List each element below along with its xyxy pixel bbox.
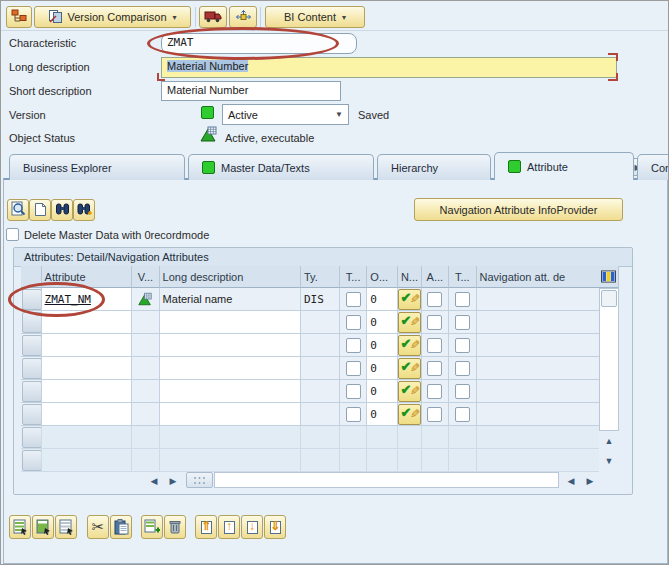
scroll-up-button[interactable]: ▲ — [599, 431, 619, 451]
detail-button[interactable] — [7, 199, 29, 221]
navigation-attribute-toggle-button[interactable]: ✔ ✎ — [398, 312, 420, 333]
time-checkbox[interactable] — [455, 384, 470, 399]
attribute-value[interactable]: ZMAT_NM — [45, 293, 91, 306]
navigation-attribute-toggle-button[interactable]: ✔ ✎ — [398, 381, 420, 402]
attribute-cell[interactable]: ZMAT_NM — [42, 288, 133, 311]
version-comparison-button[interactable]: Version Comparison ▾ — [34, 6, 191, 28]
header-time[interactable]: T... — [449, 266, 476, 288]
scroll-left-button[interactable]: ◀ — [145, 472, 163, 489]
time-checkbox[interactable] — [455, 407, 470, 422]
nav-att-desc-cell[interactable] — [477, 403, 600, 426]
version-select[interactable]: Active ▼ — [222, 104, 349, 125]
authorization-checkbox[interactable] — [427, 361, 442, 376]
row-selector[interactable] — [21, 380, 42, 403]
authorization-checkbox[interactable] — [427, 407, 442, 422]
table-settings-button[interactable] — [599, 266, 619, 288]
tab-compounding[interactable]: Compou... — [637, 154, 669, 180]
row-selector[interactable] — [21, 311, 42, 334]
select-all-button[interactable] — [9, 515, 31, 539]
where-used-button[interactable] — [229, 6, 257, 28]
row-selector[interactable] — [21, 288, 42, 311]
long-description-cell[interactable] — [160, 380, 301, 403]
attribute-cell[interactable] — [42, 334, 133, 357]
navigation-attribute-toggle-button[interactable]: ✔ ✎ — [398, 404, 420, 425]
texts-checkbox[interactable] — [346, 292, 361, 307]
row-selector[interactable] — [21, 334, 42, 357]
long-description-field[interactable]: Material Number — [161, 57, 617, 78]
texts-checkbox[interactable] — [346, 338, 361, 353]
long-description-cell[interactable] — [160, 334, 301, 357]
time-checkbox[interactable] — [455, 361, 470, 376]
row-selector[interactable] — [21, 357, 42, 380]
navigation-attribute-toggle-button[interactable]: ✔ ✎ — [398, 358, 420, 379]
first-page-button[interactable]: ⇑ — [195, 515, 217, 539]
deselect-all-button[interactable] — [55, 515, 77, 539]
order-cell[interactable]: 0 — [367, 403, 398, 426]
order-cell[interactable]: 0 — [367, 311, 398, 334]
texts-checkbox[interactable] — [346, 407, 361, 422]
transport-button[interactable] — [199, 6, 227, 28]
navigation-attribute-infoprovider-button[interactable]: Navigation Attribute InfoProvider — [414, 198, 623, 221]
texts-checkbox[interactable] — [346, 315, 361, 330]
last-page-button[interactable]: ⇓ — [264, 515, 286, 539]
attribute-cell[interactable] — [42, 357, 133, 380]
vertical-scrollbar-thumb[interactable] — [601, 290, 617, 307]
bi-content-button[interactable]: BI Content ▾ — [265, 6, 365, 28]
characteristic-field[interactable]: ZMAT — [161, 33, 357, 54]
authorization-checkbox[interactable] — [427, 315, 442, 330]
authorization-checkbox[interactable] — [427, 384, 442, 399]
order-cell[interactable]: 0 — [367, 380, 398, 403]
page-up-button[interactable]: ↑ — [218, 515, 240, 539]
header-nav-att-desc[interactable]: Navigation att. de — [477, 266, 600, 288]
paste-button[interactable] — [110, 515, 132, 539]
insert-row-button[interactable] — [141, 515, 163, 539]
delete-row-button[interactable] — [164, 515, 186, 539]
scrollbar-config-handle[interactable] — [186, 472, 213, 488]
time-checkbox[interactable] — [455, 338, 470, 353]
find-next-button[interactable] — [73, 199, 95, 221]
find-button[interactable] — [51, 199, 73, 221]
vertical-scrollbar[interactable] — [599, 288, 619, 431]
attribute-cell[interactable] — [42, 403, 133, 426]
nav-att-desc-cell[interactable] — [477, 357, 600, 380]
header-authorization[interactable]: A... — [422, 266, 449, 288]
header-version[interactable]: V... — [132, 266, 159, 288]
short-description-field[interactable]: Material Number — [161, 81, 341, 101]
tab-business-explorer[interactable]: Business Explorer — [9, 154, 185, 180]
scroll-right-button[interactable]: ▶ — [164, 472, 182, 489]
page-down-button[interactable]: ↓ — [241, 515, 263, 539]
select-block-button[interactable] — [32, 515, 54, 539]
attribute-cell[interactable] — [42, 311, 133, 334]
nav-att-desc-cell[interactable] — [477, 334, 600, 357]
row-selector[interactable] — [21, 426, 42, 449]
tab-attribute[interactable]: Attribute — [494, 152, 634, 180]
hierarchy-display-button[interactable] — [6, 6, 32, 28]
scroll-left-button-2[interactable]: ◀ — [562, 472, 580, 489]
order-cell[interactable]: 0 — [367, 334, 398, 357]
nav-att-desc-cell[interactable] — [477, 288, 600, 311]
create-attribute-button[interactable] — [29, 199, 51, 221]
nav-att-desc-cell[interactable] — [477, 311, 600, 334]
horizontal-scrollbar[interactable] — [214, 472, 559, 488]
header-attribute[interactable]: Attribute — [42, 266, 133, 288]
long-description-cell[interactable]: Material name — [160, 288, 301, 311]
scroll-down-button[interactable]: ▼ — [599, 451, 619, 471]
header-navigation[interactable]: N... — [398, 266, 421, 288]
time-checkbox[interactable] — [455, 315, 470, 330]
scroll-right-button-2[interactable]: ▶ — [581, 472, 599, 489]
navigation-attribute-toggle-button[interactable]: ✔ ✎ — [398, 335, 420, 356]
row-selector[interactable] — [21, 449, 42, 472]
authorization-checkbox[interactable] — [427, 292, 442, 307]
delete-master-data-checkbox[interactable] — [6, 228, 19, 241]
header-type[interactable]: Ty. — [301, 266, 340, 288]
nav-att-desc-cell[interactable] — [477, 380, 600, 403]
time-checkbox[interactable] — [455, 292, 470, 307]
header-long-description[interactable]: Long description — [160, 266, 301, 288]
long-description-cell[interactable] — [160, 311, 301, 334]
long-description-cell[interactable] — [160, 357, 301, 380]
row-selector[interactable] — [21, 403, 42, 426]
tab-hierarchy[interactable]: Hierarchy — [377, 154, 491, 180]
authorization-checkbox[interactable] — [427, 338, 442, 353]
header-order[interactable]: O... — [367, 266, 398, 288]
order-cell[interactable]: 0 — [367, 357, 398, 380]
